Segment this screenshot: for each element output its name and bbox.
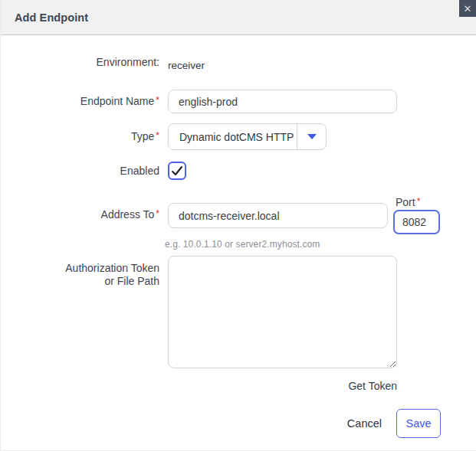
get-token-link[interactable]: Get Token (348, 380, 397, 392)
environment-row: Environment: receiver (1, 56, 476, 71)
enabled-row: Enabled (1, 162, 476, 180)
auth-token-label-line2: or File Path (1, 275, 159, 288)
address-to-input[interactable] (168, 203, 388, 228)
dialog-title: Add Endpoint (15, 11, 88, 24)
auth-token-row: Authorization Token or File Path (1, 256, 476, 368)
endpoint-name-label-text: Endpoint Name (80, 95, 155, 107)
port-group: Port* (393, 196, 440, 234)
dialog-footer: Cancel Save (1, 409, 476, 438)
required-asterisk: * (156, 208, 159, 219)
close-icon: ✕ (464, 4, 472, 14)
get-token-row: Get Token (1, 379, 397, 393)
type-row: Type* Dynamic dotCMS HTTP (1, 123, 476, 150)
close-button[interactable]: ✕ (459, 0, 476, 17)
endpoint-name-input[interactable] (168, 90, 397, 113)
enabled-checkbox[interactable] (168, 162, 186, 180)
required-asterisk: * (156, 130, 159, 141)
type-label: Type* (1, 123, 159, 144)
address-to-label: Address To* (1, 196, 159, 222)
endpoint-name-row: Endpoint Name* (1, 90, 476, 113)
port-label-text: Port (396, 196, 415, 208)
add-endpoint-dialog: Add Endpoint ✕ Environment: receiver End… (0, 0, 476, 451)
dialog-header: Add Endpoint (1, 0, 476, 35)
auth-token-label-line1: Authorization Token (1, 262, 159, 275)
environment-label: Environment: (1, 56, 159, 69)
enabled-label: Enabled (1, 162, 159, 178)
required-asterisk: * (156, 95, 159, 106)
environment-value: receiver (168, 56, 205, 71)
endpoint-name-label: Endpoint Name* (1, 90, 159, 109)
required-asterisk: * (417, 196, 421, 207)
address-hint: e.g. 10.0.1.10 or server2.myhost.com (165, 239, 320, 250)
dialog-body: Environment: receiver Endpoint Name* Typ… (1, 35, 476, 438)
type-dropdown[interactable]: Dynamic dotCMS HTTP (168, 123, 327, 150)
save-button[interactable]: Save (396, 409, 441, 438)
address-row: Address To* Port* (1, 196, 476, 234)
chevron-down-icon[interactable] (297, 124, 326, 149)
auth-token-label: Authorization Token or File Path (1, 256, 159, 288)
check-icon (171, 165, 183, 176)
port-input[interactable] (393, 210, 440, 234)
type-label-text: Type (131, 130, 154, 142)
type-dropdown-value: Dynamic dotCMS HTTP (169, 124, 297, 149)
port-label: Port* (393, 196, 440, 209)
chevron-down-triangle (307, 134, 317, 139)
auth-token-textarea[interactable] (168, 256, 397, 368)
cancel-button[interactable]: Cancel (346, 413, 383, 434)
hint-row: e.g. 10.0.1.10 or server2.myhost.com (1, 239, 476, 250)
address-to-label-text: Address To (101, 208, 155, 221)
